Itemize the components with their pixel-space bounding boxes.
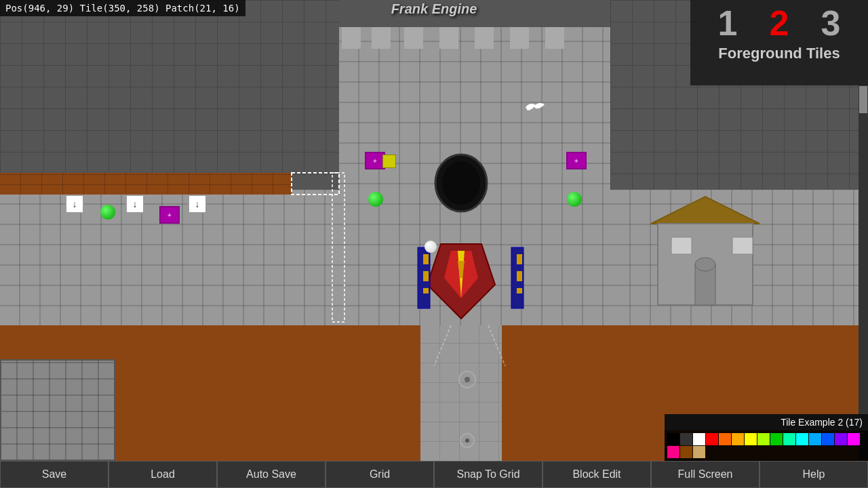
scrollbar-right[interactable] (859, 85, 868, 460)
tile-palette-title: Tile Example 2 (17) (665, 414, 868, 430)
arrow-box-1: ↓ (65, 195, 84, 214)
app-title: Frank Engine (391, 0, 477, 18)
color-swatch-4[interactable] (719, 433, 731, 445)
toolbar-btn-help[interactable]: Help (760, 461, 868, 488)
color-swatches[interactable] (665, 430, 868, 461)
color-swatch-13[interactable] (835, 433, 847, 445)
green-ball-3 (567, 192, 582, 207)
color-swatch-7[interactable] (757, 433, 770, 445)
toolbar-btn-load[interactable]: Load (108, 461, 217, 488)
color-swatch-15[interactable] (667, 446, 679, 458)
color-swatch-16[interactable] (680, 446, 692, 458)
tile-preview-inner (1, 361, 114, 460)
toolbar-btn-block-edit[interactable]: Block Edit (542, 461, 651, 488)
castle-interior (339, 27, 610, 325)
tile-preview (0, 359, 115, 461)
yellow-box (382, 155, 396, 168)
color-swatch-5[interactable] (732, 433, 744, 445)
layer-panel[interactable]: 1 2 3 Foreground Tiles (690, 0, 868, 85)
arrow-box-2: ↓ (125, 195, 144, 214)
layer-1[interactable]: 1 (705, 5, 751, 41)
color-swatch-14[interactable] (848, 433, 860, 445)
white-ball-1 (425, 241, 437, 253)
layer-2[interactable]: 2 (756, 5, 802, 41)
layer-label: Foreground Tiles (718, 45, 840, 62)
tile-palette[interactable]: Tile Example 2 (17) (665, 414, 868, 461)
color-swatch-17[interactable] (693, 446, 705, 458)
purple-enemy-2: + (566, 152, 587, 169)
bottom-toolbar[interactable]: SaveLoadAuto SaveGridSnap To GridBlock E… (0, 461, 868, 488)
green-ball-2 (368, 192, 383, 207)
color-swatch-3[interactable] (706, 433, 718, 445)
color-swatch-0[interactable] (667, 433, 679, 445)
toolbar-btn-grid[interactable]: Grid (326, 461, 434, 488)
color-swatch-11[interactable] (809, 433, 821, 445)
color-swatch-6[interactable] (745, 433, 757, 445)
color-swatch-1[interactable] (680, 433, 692, 445)
color-swatch-9[interactable] (783, 433, 795, 445)
green-ball-1 (100, 205, 115, 220)
toolbar-btn-full-screen[interactable]: Full Screen (651, 461, 760, 488)
color-swatch-2[interactable] (693, 433, 705, 445)
purple-enemy-3: + (159, 206, 180, 224)
toolbar-btn-snap-to-grid[interactable]: Snap To Grid (434, 461, 542, 488)
scrollbar-thumb[interactable] (859, 86, 867, 113)
position-display: Pos(946, 29) Tile(350, 258) Patch(21, 16… (0, 0, 245, 16)
color-swatch-8[interactable] (770, 433, 783, 445)
layer-3[interactable]: 3 (808, 5, 854, 41)
toolbar-btn-auto-save[interactable]: Auto Save (217, 461, 326, 488)
color-swatch-10[interactable] (796, 433, 808, 445)
layer-numbers: 1 2 3 (705, 5, 854, 41)
arrow-box-3: ↓ (188, 195, 207, 214)
toolbar-btn-save[interactable]: Save (0, 461, 108, 488)
color-swatch-12[interactable] (822, 433, 834, 445)
